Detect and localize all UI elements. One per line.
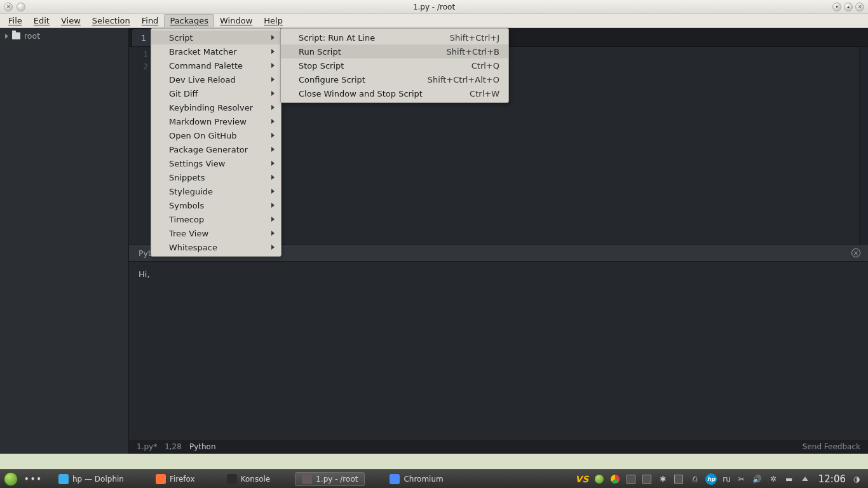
chrome-tray-icon[interactable] — [610, 474, 620, 484]
status-cursor[interactable]: 1,28 — [165, 442, 182, 451]
packages-menu-item[interactable]: Command Palette — [151, 58, 281, 72]
tree-root-row[interactable]: root — [0, 28, 128, 44]
status-language[interactable]: Python — [189, 442, 216, 451]
maximize-icon[interactable]: ▴ — [844, 3, 853, 11]
tools-tray-icon[interactable]: ✂ — [736, 474, 747, 484]
packages-menu-item[interactable]: Tree View — [151, 226, 281, 240]
packages-menu-item[interactable]: Script — [151, 30, 281, 44]
printer-tray-icon[interactable]: ⎙ — [689, 474, 700, 484]
menu-file[interactable]: File — [3, 14, 28, 27]
packages-menu-item[interactable]: Open On GitHub — [151, 128, 281, 142]
clock[interactable]: 12:06 — [818, 473, 846, 485]
packages-menu-item[interactable]: Keybinding Resolver — [151, 100, 281, 114]
activity-icon[interactable]: ••• — [24, 475, 43, 484]
bluetooth-tray-icon[interactable]: ✲ — [768, 474, 778, 484]
start-button[interactable] — [4, 472, 18, 486]
tray-icon-3[interactable] — [642, 474, 652, 484]
pin-icon[interactable] — [17, 3, 25, 11]
taskbar-app-label: Konsole — [241, 475, 271, 484]
menu-find[interactable]: Find — [136, 14, 165, 27]
menu-item-label: Open On GitHub — [169, 131, 237, 140]
menu-view[interactable]: View — [55, 14, 86, 27]
vs-tray-icon[interactable]: VS — [575, 474, 588, 484]
session-tray-icon[interactable]: ◑ — [851, 474, 862, 484]
folder-icon — [12, 32, 20, 39]
taskbar-app[interactable]: hp — Dolphin — [51, 472, 131, 486]
dolphin-icon — [58, 474, 69, 484]
menu-item-shortcut: Shift+Ctrl+J — [450, 33, 499, 43]
menu-item-label: Stop Script — [299, 61, 344, 71]
script-menu-item[interactable]: Stop ScriptCtrl+Q — [281, 58, 508, 72]
packages-menu-item[interactable]: Package Generator — [151, 142, 281, 156]
packages-menu-item[interactable]: Settings View — [151, 156, 281, 170]
script-submenu-popup: Script: Run At LineShift+Ctrl+JRun Scrip… — [280, 28, 509, 103]
editor-status-bar: 1.py* 1,28 Python Send Feedback — [129, 440, 868, 454]
chevron-right-icon — [271, 119, 275, 124]
menu-item-label: Whitespace — [169, 243, 217, 252]
menu-item-label: Script — [169, 33, 193, 43]
volume-tray-icon[interactable]: 🔊 — [752, 474, 763, 484]
os-taskbar: ••• hp — DolphinFirefoxKonsole1.py - /ro… — [0, 469, 868, 488]
chevron-right-icon — [271, 161, 275, 166]
close-panel-icon[interactable]: × — [851, 248, 860, 257]
minimap[interactable] — [859, 47, 868, 244]
menu-bar: File Edit View Selection Find Packages W… — [0, 14, 868, 28]
chevron-right-icon — [271, 231, 275, 236]
script-menu-item[interactable]: Close Window and Stop ScriptCtrl+W — [281, 86, 508, 100]
window-titlebar: ✕ 1.py - /root ▾ ▴ × — [0, 0, 868, 14]
script-menu-item[interactable]: Script: Run At LineShift+Ctrl+J — [281, 30, 508, 44]
tray-icon-4[interactable] — [674, 474, 684, 484]
tray-icon-2[interactable] — [626, 474, 636, 484]
taskbar-app[interactable]: 1.py - /root — [295, 472, 365, 486]
menu-edit[interactable]: Edit — [28, 14, 55, 27]
menu-item-label: Close Window and Stop Script — [299, 89, 423, 98]
packages-menu-item[interactable]: Snippets — [151, 170, 281, 184]
status-filename[interactable]: 1.py* — [137, 442, 157, 451]
menu-item-label: Styleguide — [169, 187, 213, 196]
chevron-right-icon — [271, 105, 275, 110]
minimize-icon[interactable]: ▾ — [832, 3, 841, 11]
menu-item-label: Run Script — [299, 47, 341, 57]
packages-menu-item[interactable]: Whitespace — [151, 240, 281, 254]
menu-item-label: Snippets — [169, 173, 205, 182]
packages-menu-item[interactable]: Symbols — [151, 198, 281, 212]
close-icon[interactable]: × — [855, 3, 864, 11]
battery-tray-icon[interactable]: ▬ — [784, 474, 794, 484]
menu-item-label: Script: Run At Line — [299, 33, 375, 43]
menu-selection[interactable]: Selection — [86, 14, 136, 27]
bug-tray-icon[interactable]: ✱ — [658, 474, 668, 484]
send-feedback-link[interactable]: Send Feedback — [803, 442, 860, 451]
chevron-right-icon — [271, 147, 275, 152]
taskbar-app[interactable]: Konsole — [220, 472, 278, 486]
keyboard-layout[interactable]: ru — [722, 474, 731, 484]
packages-menu-item[interactable]: Timecop — [151, 212, 281, 226]
tray-icon-1[interactable] — [594, 474, 604, 484]
chevron-right-icon — [271, 49, 275, 54]
menu-item-label: Configure Script — [299, 75, 365, 85]
chevron-right-icon — [271, 133, 275, 138]
packages-menu-item[interactable]: Markdown Preview — [151, 114, 281, 128]
app-menu-icon[interactable]: ✕ — [4, 3, 13, 11]
packages-menu-item[interactable]: Bracket Matcher — [151, 44, 281, 58]
hp-tray-icon[interactable]: hp — [705, 473, 717, 485]
tree-view-sidebar[interactable]: root — [0, 28, 129, 454]
chevron-right-icon — [271, 245, 275, 250]
script-menu-item[interactable]: Run ScriptShift+Ctrl+B — [281, 44, 508, 58]
taskbar-app-label: Firefox — [170, 475, 195, 484]
atom-icon — [302, 474, 312, 484]
taskbar-app-label: Chromium — [403, 475, 443, 484]
chevron-right-icon — [271, 35, 275, 40]
script-menu-item[interactable]: Configure ScriptShift+Ctrl+Alt+O — [281, 72, 508, 86]
packages-menu-item[interactable]: Git Diff — [151, 86, 281, 100]
script-output-panel[interactable]: Hi, — [129, 262, 868, 440]
menu-help[interactable]: Help — [258, 14, 288, 27]
packages-menu-item[interactable]: Dev Live Reload — [151, 72, 281, 86]
menu-packages[interactable]: Packages — [164, 14, 214, 27]
taskbar-app[interactable]: Firefox — [149, 472, 202, 486]
menu-item-shortcut: Shift+Ctrl+B — [447, 47, 499, 57]
packages-menu-item[interactable]: Styleguide — [151, 184, 281, 198]
menu-item-label: Markdown Preview — [169, 117, 247, 126]
menu-window[interactable]: Window — [214, 14, 258, 27]
taskbar-app[interactable]: Chromium — [383, 472, 450, 486]
updates-tray-icon[interactable] — [800, 474, 810, 484]
